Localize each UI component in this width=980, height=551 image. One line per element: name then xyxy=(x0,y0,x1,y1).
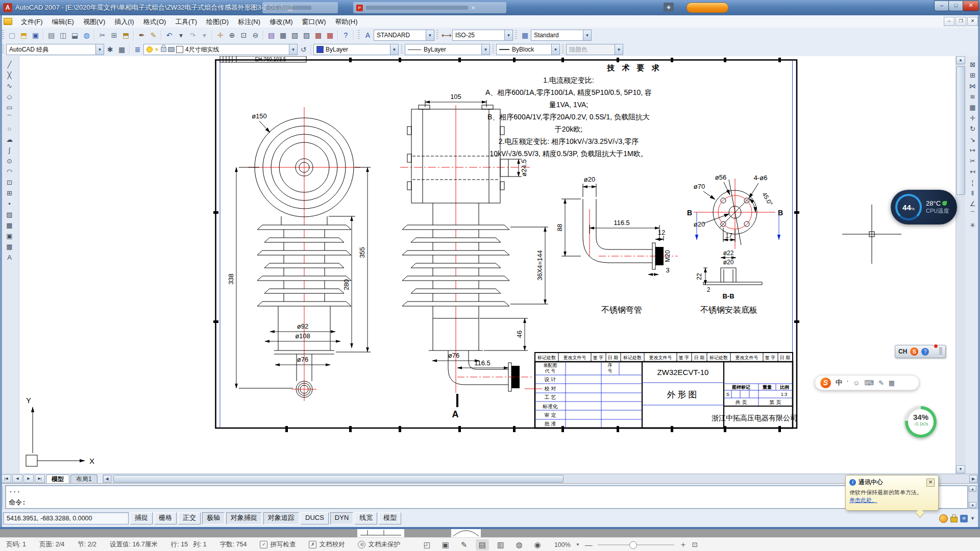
mdi-close-icon[interactable]: ✕ xyxy=(967,17,978,26)
paste-icon[interactable]: ⬒ xyxy=(120,30,132,41)
line-icon[interactable]: ╱ xyxy=(4,59,15,70)
layer-freeze-icon[interactable]: ☀ xyxy=(154,46,159,53)
command-input-area[interactable]: ... 命令: xyxy=(5,485,968,509)
clean-screen-icon[interactable]: ≋ xyxy=(960,515,968,522)
background-window-tab[interactable] xyxy=(262,2,338,13)
scroll-down-icon[interactable]: ▼ xyxy=(969,502,976,508)
punctuation-icon[interactable]: ’ xyxy=(847,379,848,387)
undo-icon[interactable]: ↶ xyxy=(163,30,175,41)
polygon-icon[interactable]: ◇ xyxy=(4,91,15,102)
booster-button[interactable] xyxy=(687,3,728,13)
chevron-down-icon[interactable]: ▼ xyxy=(289,44,297,55)
mdi-restore-icon[interactable]: ❒ xyxy=(955,17,966,26)
tab-layout1[interactable]: 布局1 xyxy=(70,474,97,483)
layer-properties-manager-icon[interactable]: ≣ xyxy=(132,44,143,56)
toggle-DYN[interactable]: DYN xyxy=(330,512,353,524)
toolbox-icon[interactable]: ▦ xyxy=(889,379,895,387)
menu-文件(F)[interactable]: 文件(F) xyxy=(16,16,47,27)
balloon-close-icon[interactable]: ✕ xyxy=(926,479,935,487)
tab-prev-icon[interactable]: ◀ xyxy=(12,474,22,483)
balloon-link[interactable]: 单击此处。 xyxy=(849,496,935,504)
background-pdf-tab[interactable]: P ✕ xyxy=(353,2,506,13)
polyline-icon[interactable]: ∿ xyxy=(4,81,15,91)
toggle-线宽[interactable]: 线宽 xyxy=(355,512,377,524)
quick-calc-icon[interactable]: ▦ xyxy=(324,30,336,41)
text-style-combo[interactable]: STANDARD▼ xyxy=(374,30,434,41)
toggle-DUCS[interactable]: DUCS xyxy=(301,512,329,524)
construction-line-icon[interactable]: ╳ xyxy=(4,70,15,81)
help-icon[interactable]: ? xyxy=(921,348,929,356)
explode-icon[interactable]: ✳ xyxy=(967,220,978,231)
circle-icon[interactable]: ○ xyxy=(4,123,15,134)
wps-proofread[interactable]: ✗文档校对 xyxy=(309,540,345,549)
chevron-down-icon[interactable]: ▼ xyxy=(95,44,104,55)
scroll-left-icon[interactable]: ◀ xyxy=(103,475,111,483)
break-at-point-icon[interactable]: ¦ xyxy=(967,177,978,188)
command-scrollbar[interactable]: ▲ ▼ xyxy=(968,485,978,509)
menu-格式(O)[interactable]: 格式(O) xyxy=(139,16,171,27)
ellipse-arc-icon[interactable]: ◠ xyxy=(4,166,15,177)
offset-icon[interactable]: ≋ xyxy=(967,91,978,102)
rotate-icon[interactable]: ↻ xyxy=(967,123,978,134)
scroll-right-icon[interactable]: ▶ xyxy=(969,475,977,483)
block-editor-icon[interactable]: ✎ xyxy=(148,30,159,41)
workspace-settings-icon[interactable]: ✱ xyxy=(104,44,116,56)
plot-preview-icon[interactable]: ◫ xyxy=(57,30,69,41)
scroll-up-icon[interactable]: ▲ xyxy=(969,486,976,492)
match-properties-icon[interactable]: ✒ xyxy=(136,30,148,41)
table-style-combo[interactable]: Standard▼ xyxy=(531,30,592,41)
scroll-up-icon[interactable]: ▲ xyxy=(956,56,965,64)
chevron-down-icon[interactable]: ▼ xyxy=(390,44,398,55)
layer-combo[interactable]: ☀ 4尺寸细实线 ▼ xyxy=(143,44,298,55)
layer-lock-icon[interactable] xyxy=(161,47,166,52)
markup-set-manager-icon[interactable]: ▩ xyxy=(312,30,324,41)
tab-model[interactable]: 模型 xyxy=(46,474,69,483)
mirror-icon[interactable]: ⋈ xyxy=(967,81,978,91)
plot-icon[interactable]: ▤ xyxy=(45,30,57,41)
chevron-down-icon[interactable]: ▼ xyxy=(426,30,434,40)
new-file-icon[interactable]: ▢ xyxy=(6,30,18,41)
toggle-模型[interactable]: 模型 xyxy=(379,512,401,524)
language-indicator[interactable]: CH xyxy=(898,348,907,355)
trim-icon[interactable]: ✂ xyxy=(967,156,978,166)
tab-next-icon[interactable]: ▶ xyxy=(23,474,34,483)
chamfer-icon[interactable]: ∠ xyxy=(967,198,978,209)
menu-修改(M)[interactable]: 修改(M) xyxy=(265,16,298,27)
zoom-slider[interactable] xyxy=(598,544,674,545)
spline-icon[interactable]: ∫ xyxy=(4,145,15,156)
zoom-previous-icon[interactable]: ⊖ xyxy=(250,30,261,41)
scroll-down-icon[interactable]: ▼ xyxy=(956,465,965,473)
menu-编辑(E)[interactable]: 编辑(E) xyxy=(47,16,79,27)
read-layout-icon[interactable]: ▣ xyxy=(439,539,452,550)
undo-dropdown-icon[interactable]: ▾ xyxy=(175,30,187,41)
layer-previous-icon[interactable]: ↺ xyxy=(298,44,309,56)
copy-object-icon[interactable]: ⊞ xyxy=(967,70,978,81)
redo-icon[interactable]: ↷ xyxy=(187,30,199,41)
open-file-icon[interactable]: ⬒ xyxy=(18,30,30,41)
help-icon[interactable]: ? xyxy=(340,30,352,41)
fit-page-icon[interactable]: ⊡ xyxy=(692,541,698,548)
zoom-slider-thumb[interactable] xyxy=(629,541,637,549)
sogou-icon[interactable]: S xyxy=(910,347,918,356)
vertical-scrollbar[interactable]: ▲ ▼ xyxy=(955,56,965,473)
menu-视图(V)[interactable]: 视图(V) xyxy=(79,16,110,27)
extend-icon[interactable]: ↤ xyxy=(967,166,978,177)
menu-标注(N)[interactable]: 标注(N) xyxy=(233,16,265,27)
break-icon[interactable]: ‖ xyxy=(967,188,978,198)
menu-工具(T)[interactable]: 工具(T) xyxy=(170,16,202,27)
toggle-极轴[interactable]: 极轴 xyxy=(202,512,225,524)
emoji-icon[interactable]: ☺ xyxy=(853,379,860,387)
toggle-正交[interactable]: 正交 xyxy=(178,512,201,524)
dim-style-combo[interactable]: ISO-25▼ xyxy=(452,30,513,41)
chevron-down-icon[interactable]: ▼ xyxy=(481,44,489,55)
save-file-icon[interactable]: ▣ xyxy=(30,30,41,41)
edit-pen-icon[interactable]: ✎ xyxy=(457,539,471,550)
sheet-set-manager-icon[interactable]: ▨ xyxy=(301,30,312,41)
keyboard-icon[interactable]: ⌨ xyxy=(864,379,874,387)
chinese-mode-icon[interactable]: 中 xyxy=(836,378,842,387)
zoom-out-icon[interactable]: — xyxy=(585,540,593,549)
cut-icon[interactable]: ✂ xyxy=(96,30,108,41)
close-button[interactable]: ✕ xyxy=(963,1,979,11)
toggle-栅格[interactable]: 栅格 xyxy=(154,512,177,524)
workspace-save-icon[interactable]: ▦ xyxy=(116,44,128,56)
